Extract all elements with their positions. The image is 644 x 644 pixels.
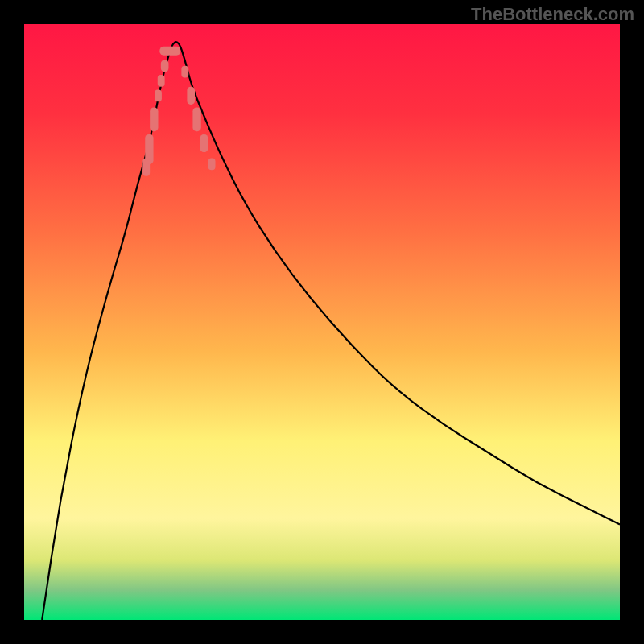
- svg-rect-4: [155, 89, 162, 101]
- data-markers: [24, 24, 620, 620]
- svg-rect-8: [187, 87, 195, 105]
- svg-rect-11: [208, 159, 216, 171]
- svg-rect-2: [145, 134, 153, 164]
- svg-rect-9: [192, 108, 200, 132]
- svg-rect-3: [150, 108, 158, 132]
- svg-rect-12: [159, 47, 180, 56]
- svg-rect-6: [161, 60, 169, 72]
- chart-container: [24, 24, 620, 620]
- svg-rect-5: [158, 75, 165, 87]
- svg-rect-7: [181, 66, 188, 78]
- svg-rect-10: [200, 134, 208, 152]
- watermark-text: TheBottleneck.com: [471, 4, 634, 25]
